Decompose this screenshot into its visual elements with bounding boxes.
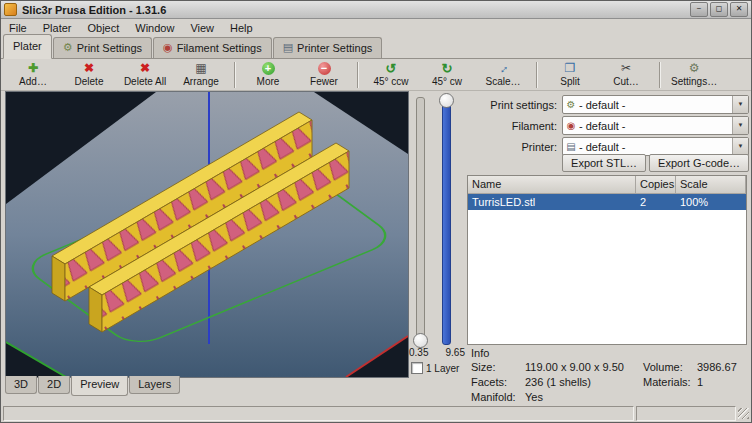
arrange-button[interactable]: ▦ Arrange <box>173 60 229 90</box>
info-title: Info <box>471 347 489 359</box>
tab-print-settings-label: Print Settings <box>77 42 142 54</box>
tab-printer-settings[interactable]: ▤ Printer Settings <box>273 37 383 58</box>
add-button[interactable]: ✚ Add… <box>5 60 61 90</box>
3d-preview-canvas[interactable] <box>6 92 408 377</box>
object-table[interactable]: Name Copies Scale TurrisLED.stl 2 100% <box>467 175 747 345</box>
print-settings-combo[interactable]: ⚙ - default - ▼ <box>562 95 749 114</box>
upper-layer-slider-handle[interactable] <box>439 93 454 108</box>
tab-filament-settings[interactable]: ◉ Filament Settings <box>153 37 272 58</box>
settings-button[interactable]: ⚙ Settings… <box>665 60 723 90</box>
minimize-button[interactable]: − <box>690 2 708 17</box>
close-button[interactable]: ✕ <box>730 2 748 17</box>
manifold-label: Manifold: <box>471 391 516 403</box>
column-header-scale[interactable]: Scale <box>676 176 746 193</box>
column-header-name[interactable]: Name <box>468 176 636 193</box>
plater-toolbar: ✚ Add… ✖ Delete ✖ Delete All ▦ Arrange +… <box>1 59 751 91</box>
upper-layer-value: 9.65 <box>446 347 465 358</box>
toolbar-separator <box>234 62 235 88</box>
chevron-down-icon[interactable]: ▼ <box>732 117 748 134</box>
lower-layer-slider-handle[interactable] <box>413 333 428 348</box>
gear-icon: ⚙ <box>63 42 73 53</box>
status-message-field <box>3 406 634 421</box>
view-tab-2d[interactable]: 2D <box>38 376 70 394</box>
main-tab-bar: Plater ⚙ Print Settings ◉ Filament Setti… <box>1 37 751 59</box>
chevron-down-icon[interactable]: ▼ <box>732 138 748 155</box>
volume-label: Volume: <box>643 361 683 373</box>
printer-label: Printer: <box>465 141 562 153</box>
tab-plater[interactable]: Plater <box>3 34 52 59</box>
scale-button[interactable]: ↔ Scale… <box>475 60 531 90</box>
window-title: Slic3r Prusa Edition - 1.31.6 <box>22 4 688 16</box>
plater-sidebar: Print settings: ⚙ - default - ▼ Filament… <box>465 91 749 403</box>
status-progress-field <box>636 406 736 421</box>
menu-window[interactable]: Window <box>127 19 182 37</box>
menu-help[interactable]: Help <box>222 19 261 37</box>
export-gcode-button[interactable]: Export G-code… <box>649 154 749 172</box>
maximize-button[interactable]: ◻ <box>710 2 728 17</box>
rotate-ccw-label: 45° ccw <box>373 76 408 88</box>
title-bar[interactable]: Slic3r Prusa Edition - 1.31.6 − ◻ ✕ <box>1 1 751 19</box>
arrange-icon: ▦ <box>195 62 206 76</box>
column-header-copies[interactable]: Copies <box>636 176 676 193</box>
single-layer-checkbox[interactable] <box>411 362 423 374</box>
toolbar-separator <box>536 62 537 88</box>
rotate-ccw-button[interactable]: ↺ 45° ccw <box>363 60 419 90</box>
chevron-down-icon[interactable]: ▼ <box>732 96 748 113</box>
menu-object[interactable]: Object <box>79 19 127 37</box>
upper-layer-slider[interactable] <box>442 97 451 345</box>
export-stl-button[interactable]: Export STL… <box>562 154 646 172</box>
preview-viewport[interactable] <box>5 91 409 378</box>
gear-icon: ⚙ <box>563 99 579 110</box>
menu-view[interactable]: View <box>182 19 222 37</box>
single-layer-label: 1 Layer <box>426 363 459 374</box>
manifold-value: Yes <box>525 391 543 403</box>
rotate-cw-button[interactable]: ↻ 45° cw <box>419 60 475 90</box>
lower-layer-slider[interactable] <box>416 97 425 345</box>
split-label: Split <box>560 76 579 88</box>
delete-all-icon: ✖ <box>140 62 150 76</box>
cell-object-name: TurrisLED.stl <box>468 194 636 210</box>
cut-button[interactable]: ✂ Cut… <box>598 60 654 90</box>
print-settings-value: - default - <box>579 99 732 111</box>
filament-label: Filament: <box>465 120 562 132</box>
minus-orb-icon: − <box>318 62 331 75</box>
size-value: 119.00 x 9.00 x 9.50 <box>525 361 624 373</box>
tab-print-settings[interactable]: ⚙ Print Settings <box>53 37 152 58</box>
filament-value: - default - <box>579 120 732 132</box>
table-row[interactable]: TurrisLED.stl 2 100% <box>468 194 746 210</box>
fewer-copies-button[interactable]: − Fewer <box>296 60 352 90</box>
rotate-ccw-icon: ↺ <box>386 62 397 76</box>
toolbar-separator <box>357 62 358 88</box>
app-icon <box>4 3 17 16</box>
volume-value: 3986.67 <box>697 361 737 373</box>
resize-grip-icon[interactable] <box>738 408 749 419</box>
filament-row: Filament: ◉ - default - ▼ <box>465 116 749 135</box>
view-tab-preview[interactable]: Preview <box>71 376 128 396</box>
filament-spool-icon: ◉ <box>563 120 579 131</box>
add-icon: ✚ <box>28 62 38 76</box>
layer-range-values: 0.35 9.65 <box>409 347 465 358</box>
delete-label: Delete <box>75 76 104 88</box>
split-button[interactable]: ❐ Split <box>542 60 598 90</box>
more-copies-button[interactable]: + More <box>240 60 296 90</box>
materials-label: Materials: <box>643 376 691 388</box>
status-bar <box>2 405 750 422</box>
printer-value: - default - <box>579 141 732 153</box>
print-settings-row: Print settings: ⚙ - default - ▼ <box>465 95 749 114</box>
filament-combo[interactable]: ◉ - default - ▼ <box>562 116 749 135</box>
layer-slider-panel: 0.35 9.65 1 Layer <box>409 91 465 378</box>
view-tab-layers[interactable]: Layers <box>129 376 180 394</box>
delete-button[interactable]: ✖ Delete <box>61 60 117 90</box>
single-layer-row: 1 Layer <box>411 362 459 374</box>
slic3r-window: Slic3r Prusa Edition - 1.31.6 − ◻ ✕ File… <box>0 0 752 423</box>
view-tab-3d[interactable]: 3D <box>5 376 37 394</box>
gear-icon: ⚙ <box>689 62 700 76</box>
delete-all-label: Delete All <box>124 76 166 88</box>
rotate-cw-label: 45° cw <box>432 76 462 88</box>
rotate-cw-icon: ↻ <box>442 62 453 76</box>
plus-orb-icon: + <box>262 62 275 75</box>
object-table-header: Name Copies Scale <box>468 176 746 194</box>
cut-icon: ✂ <box>621 62 631 76</box>
delete-all-button[interactable]: ✖ Delete All <box>117 60 173 90</box>
menu-bar: File Plater Object Window View Help <box>1 19 751 37</box>
